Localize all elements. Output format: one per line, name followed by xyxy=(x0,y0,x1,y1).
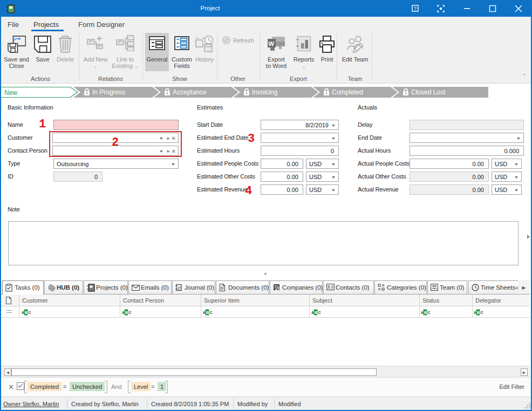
svg-text:B: B xyxy=(206,310,209,315)
svg-text:C: C xyxy=(210,311,213,314)
svg-text:Closed Lost: Closed Lost xyxy=(411,88,446,96)
svg-text:A: A xyxy=(421,311,424,314)
svg-text:C: C xyxy=(318,311,321,314)
svg-text:C: C xyxy=(428,311,431,314)
svg-text:Invoicing: Invoicing xyxy=(252,88,277,96)
svg-text:In Progress: In Progress xyxy=(92,88,125,96)
svg-text:A: A xyxy=(22,311,24,314)
svg-text:?: ? xyxy=(414,6,417,11)
svg-text:A: A xyxy=(474,311,476,314)
svg-text:B: B xyxy=(125,310,128,315)
svg-text:A: A xyxy=(311,311,314,314)
svg-text:C: C xyxy=(481,311,483,314)
svg-text:Acceptance: Acceptance xyxy=(173,88,207,96)
svg-text:A: A xyxy=(122,311,125,314)
svg-text:W: W xyxy=(269,40,275,47)
svg-text:A: A xyxy=(203,311,206,314)
svg-text:B: B xyxy=(477,310,480,315)
svg-text:B: B xyxy=(315,310,318,315)
svg-text:C: C xyxy=(129,311,132,314)
svg-text:Completed: Completed xyxy=(332,88,363,96)
svg-text:New: New xyxy=(4,89,17,97)
svg-text:C: C xyxy=(29,311,31,314)
svg-text:B: B xyxy=(424,310,427,315)
svg-text:B: B xyxy=(25,310,28,315)
